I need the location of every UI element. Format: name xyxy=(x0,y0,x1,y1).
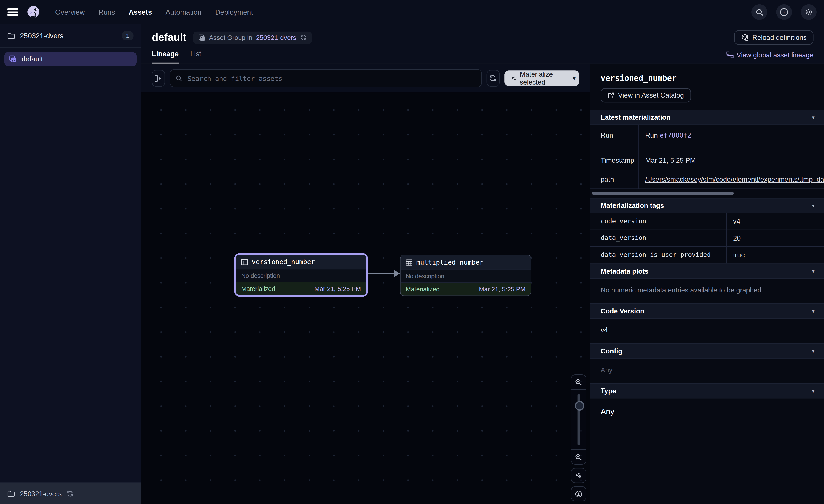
search-icon[interactable] xyxy=(751,4,767,20)
section-heading: Materialization tags xyxy=(601,202,664,209)
lineage-toolbar: Materialize selected ▼ xyxy=(141,64,590,92)
chevron-down-icon: ▼ xyxy=(811,308,816,313)
external-link-icon xyxy=(608,92,614,99)
help-icon[interactable]: ? xyxy=(776,4,792,20)
view-global-asset-lineage-link[interactable]: View global asset lineage xyxy=(726,51,813,64)
section-latest-materialization[interactable]: Latest materialization ▼ xyxy=(590,110,824,125)
materialize-selected-button: Materialize selected ▼ xyxy=(504,70,579,86)
tag-value: v4 xyxy=(727,213,824,230)
sidebar-item-default[interactable]: default xyxy=(4,52,137,66)
lineage-canvas[interactable]: versioned_number No description Material… xyxy=(141,92,590,504)
table-row: data_version_is_user_provided true xyxy=(590,247,824,263)
section-config[interactable]: Config ▼ xyxy=(590,343,824,358)
path-link[interactable]: /Users/smackesey/stm/code/elementl/exper… xyxy=(645,175,824,183)
asset-node-description: No description xyxy=(236,269,366,282)
asset-node-versioned-number[interactable]: versioned_number No description Material… xyxy=(234,253,368,296)
tag-value: true xyxy=(727,247,824,263)
latest-materialization-table: Run Run ef7800f2 Timestamp Mar 21, 5:25 … xyxy=(590,125,824,189)
refresh-icon[interactable] xyxy=(300,34,307,41)
asset-group-badge[interactable]: Asset Group in 250321-dvers xyxy=(193,31,312,44)
download-image-icon[interactable] xyxy=(571,486,587,501)
asset-node-multiplied-number[interactable]: multiplied_number No description Materia… xyxy=(400,255,531,296)
type-value: Any xyxy=(590,398,824,426)
sparkle-icon xyxy=(511,74,516,82)
settings-gear-icon[interactable] xyxy=(801,4,817,20)
nav-item-automation[interactable]: Automation xyxy=(166,8,202,16)
sidebar-item-label: default xyxy=(22,55,43,63)
asset-search-input[interactable] xyxy=(186,74,476,83)
reload-cube-icon xyxy=(741,33,749,41)
chevron-down-icon: ▼ xyxy=(811,388,816,393)
sidebar-group-row[interactable]: 250321-dvers 1 xyxy=(0,24,141,48)
view-in-asset-catalog-label: View in Asset Catalog xyxy=(618,91,684,99)
asset-node-description: No description xyxy=(401,269,531,283)
badge-prefix: Asset Group in xyxy=(209,34,252,41)
view-global-asset-lineage-label: View global asset lineage xyxy=(736,51,814,58)
refresh-icon[interactable] xyxy=(67,490,73,497)
tag-key: data_version_is_user_provided xyxy=(590,247,727,263)
section-code-version[interactable]: Code Version ▼ xyxy=(590,303,824,319)
run-id-link[interactable]: ef7800f2 xyxy=(660,131,691,139)
timestamp-label: Timestamp xyxy=(590,151,639,170)
metadata-plots-empty-text: No numeric metadata entries available to… xyxy=(590,279,824,303)
folder-icon xyxy=(7,32,15,39)
tag-value: 20 xyxy=(727,230,824,247)
section-heading: Code Version xyxy=(601,307,644,315)
reload-definitions-button[interactable]: Reload definitions xyxy=(734,30,813,45)
asset-group-icon xyxy=(9,55,17,63)
tab-list[interactable]: List xyxy=(190,50,201,64)
section-materialization-tags[interactable]: Materialization tags ▼ xyxy=(590,198,824,213)
asset-detail-panel: versioned_number View in Asset Catalog L… xyxy=(590,64,824,504)
badge-group-link[interactable]: 250321-dvers xyxy=(256,34,296,41)
nav-item-assets[interactable]: Assets xyxy=(129,8,152,16)
dagster-app: Overview Runs Assets Automation Deployme… xyxy=(0,0,824,504)
panel-asset-title: versioned_number xyxy=(601,74,813,83)
zoom-in-icon[interactable] xyxy=(571,375,586,389)
zoom-out-icon[interactable] xyxy=(571,450,586,464)
table-icon xyxy=(241,258,248,265)
table-row: path /Users/smackesey/stm/code/elementl/… xyxy=(590,170,824,188)
tab-lineage[interactable]: Lineage xyxy=(152,50,179,64)
materialize-dropdown-caret[interactable]: ▼ xyxy=(569,70,579,86)
hamburger-menu-icon[interactable] xyxy=(7,8,18,16)
zoom-slider[interactable] xyxy=(571,389,586,450)
chevron-down-icon: ▼ xyxy=(811,269,816,274)
code-version-value: v4 xyxy=(590,319,824,343)
sidebar-group-name: 250321-dvers xyxy=(20,32,63,39)
nav-item-runs[interactable]: Runs xyxy=(99,8,115,16)
section-type[interactable]: Type ▼ xyxy=(590,383,824,398)
sidebar-group-count-badge: 1 xyxy=(122,31,133,40)
lineage-edge-arrow xyxy=(367,267,400,280)
tag-key: code_version xyxy=(590,213,727,230)
asset-node-status: Materialized xyxy=(241,285,275,292)
dagster-logo-icon[interactable] xyxy=(26,5,40,19)
section-metadata-plots[interactable]: Metadata plots ▼ xyxy=(590,264,824,279)
toggle-sidebar-panel-icon[interactable] xyxy=(152,70,165,87)
asset-node-status: Materialized xyxy=(406,285,440,293)
path-label: path xyxy=(590,170,639,188)
table-row: data_version 20 xyxy=(590,230,824,247)
nav-item-overview[interactable]: Overview xyxy=(55,8,85,16)
tag-key: data_version xyxy=(590,230,727,247)
search-icon xyxy=(175,75,182,82)
zoom-slider-knob[interactable] xyxy=(575,401,584,410)
sidebar-footer[interactable]: 250321-dvers xyxy=(0,483,141,504)
nav-item-deployment[interactable]: Deployment xyxy=(215,8,253,16)
horizontal-scrollbar-thumb[interactable] xyxy=(592,192,733,195)
timestamp-value: Mar 21, 5:25 PM xyxy=(639,151,824,170)
graph-settings-gear-icon[interactable] xyxy=(571,468,587,483)
chevron-down-icon: ▼ xyxy=(811,203,816,208)
top-nav: Overview Runs Assets Automation Deployme… xyxy=(0,0,824,24)
asset-groups-sidebar: 250321-dvers 1 default 250321-dvers xyxy=(0,24,141,504)
materialize-selected-main[interactable]: Materialize selected xyxy=(504,70,569,86)
reload-definitions-label: Reload definitions xyxy=(752,33,807,41)
refresh-graph-icon[interactable] xyxy=(487,70,500,87)
run-label: Run xyxy=(590,125,639,151)
asset-node-name: versioned_number xyxy=(252,258,315,266)
asset-node-timestamp: Mar 21, 5:25 PM xyxy=(479,285,525,293)
view-in-asset-catalog-button[interactable]: View in Asset Catalog xyxy=(601,88,691,103)
chevron-down-icon: ▼ xyxy=(811,115,816,120)
section-heading: Type xyxy=(601,387,616,395)
sidebar-footer-label: 250321-dvers xyxy=(20,490,62,497)
table-row: Timestamp Mar 21, 5:25 PM xyxy=(590,151,824,170)
